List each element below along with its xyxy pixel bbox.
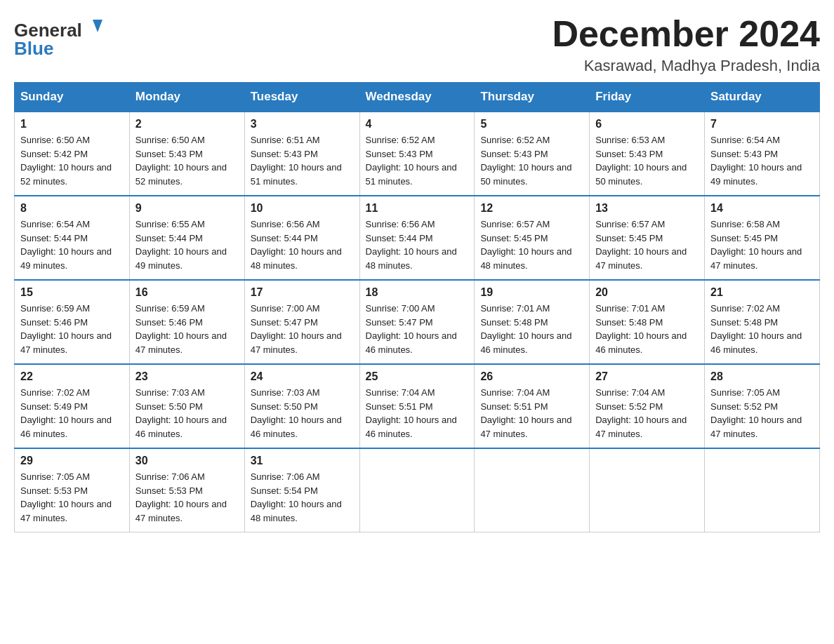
calendar-day-cell: 7Sunrise: 6:54 AMSunset: 5:43 PMDaylight… [705,112,820,196]
day-number: 19 [480,286,583,299]
calendar-day-cell: 3Sunrise: 6:51 AMSunset: 5:43 PMDaylight… [244,112,359,196]
day-number: 23 [135,370,239,383]
calendar-day-cell: 13Sunrise: 6:57 AMSunset: 5:45 PMDayligh… [590,196,705,280]
page-header: General Blue December 2024 Kasrawad, Mad… [14,14,820,75]
day-number: 24 [251,370,354,383]
day-number: 11 [366,202,469,215]
day-info: Sunrise: 7:05 AMSunset: 5:53 PMDaylight:… [20,470,124,525]
day-info: Sunrise: 6:59 AMSunset: 5:46 PMDaylight:… [135,302,239,356]
calendar-day-cell: 22Sunrise: 7:02 AMSunset: 5:49 PMDayligh… [15,364,130,448]
calendar-day-cell: 5Sunrise: 6:52 AMSunset: 5:43 PMDaylight… [475,112,590,196]
day-info: Sunrise: 6:54 AMSunset: 5:43 PMDaylight:… [710,133,814,188]
calendar-day-cell: 17Sunrise: 7:00 AMSunset: 5:47 PMDayligh… [244,280,359,364]
day-number: 6 [595,118,699,130]
day-info: Sunrise: 6:54 AMSunset: 5:44 PMDaylight:… [20,217,124,272]
day-info: Sunrise: 6:57 AMSunset: 5:45 PMDaylight:… [595,217,699,272]
day-number: 16 [135,286,239,299]
calendar-day-cell: 30Sunrise: 7:06 AMSunset: 5:53 PMDayligh… [129,448,244,532]
day-number: 5 [480,118,583,130]
day-info: Sunrise: 6:56 AMSunset: 5:44 PMDaylight:… [366,217,469,272]
day-number: 25 [366,370,469,383]
calendar-table: SundayMondayTuesdayWednesdayThursdayFrid… [14,82,820,532]
day-number: 21 [710,286,814,299]
day-info: Sunrise: 6:51 AMSunset: 5:43 PMDaylight:… [251,133,354,188]
calendar-day-cell [705,448,820,532]
calendar-week-row: 29Sunrise: 7:05 AMSunset: 5:53 PMDayligh… [15,448,820,532]
calendar-day-cell: 2Sunrise: 6:50 AMSunset: 5:43 PMDaylight… [129,112,244,196]
logo-area: General Blue [14,14,105,63]
calendar-day-cell: 10Sunrise: 6:56 AMSunset: 5:44 PMDayligh… [244,196,359,280]
calendar-day-cell: 28Sunrise: 7:05 AMSunset: 5:52 PMDayligh… [705,364,820,448]
day-info: Sunrise: 7:02 AMSunset: 5:49 PMDaylight:… [20,386,124,441]
calendar-day-cell: 15Sunrise: 6:59 AMSunset: 5:46 PMDayligh… [15,280,130,364]
calendar-day-cell: 16Sunrise: 6:59 AMSunset: 5:46 PMDayligh… [129,280,244,364]
day-info: Sunrise: 6:52 AMSunset: 5:43 PMDaylight:… [366,133,469,188]
day-of-week-header: Friday [590,83,705,112]
day-info: Sunrise: 7:04 AMSunset: 5:52 PMDaylight:… [595,386,699,441]
calendar-day-cell: 11Sunrise: 6:56 AMSunset: 5:44 PMDayligh… [359,196,475,280]
calendar-day-cell: 29Sunrise: 7:05 AMSunset: 5:53 PMDayligh… [15,448,130,532]
day-info: Sunrise: 6:52 AMSunset: 5:43 PMDaylight:… [480,133,583,188]
day-number: 10 [251,202,354,215]
day-number: 14 [710,202,814,215]
day-info: Sunrise: 6:50 AMSunset: 5:42 PMDaylight:… [20,133,124,188]
day-number: 7 [710,118,814,130]
day-info: Sunrise: 7:04 AMSunset: 5:51 PMDaylight:… [366,386,469,441]
day-number: 17 [251,286,354,299]
calendar-day-cell: 23Sunrise: 7:03 AMSunset: 5:50 PMDayligh… [129,364,244,448]
calendar-day-cell [475,448,590,532]
day-number: 9 [135,202,239,215]
day-number: 29 [20,455,124,467]
calendar-day-cell: 8Sunrise: 6:54 AMSunset: 5:44 PMDaylight… [15,196,130,280]
day-info: Sunrise: 7:04 AMSunset: 5:51 PMDaylight:… [480,386,583,441]
day-of-week-header: Sunday [15,83,130,112]
day-info: Sunrise: 6:56 AMSunset: 5:44 PMDaylight:… [251,217,354,272]
day-of-week-header: Monday [129,83,244,112]
day-of-week-header: Thursday [475,83,590,112]
calendar-day-cell: 25Sunrise: 7:04 AMSunset: 5:51 PMDayligh… [359,364,475,448]
day-of-week-header: Tuesday [244,83,359,112]
calendar-header-row: SundayMondayTuesdayWednesdayThursdayFrid… [15,83,820,112]
calendar-day-cell: 20Sunrise: 7:01 AMSunset: 5:48 PMDayligh… [590,280,705,364]
day-info: Sunrise: 7:03 AMSunset: 5:50 PMDaylight:… [135,386,239,441]
day-number: 18 [366,286,469,299]
calendar-week-row: 22Sunrise: 7:02 AMSunset: 5:49 PMDayligh… [15,364,820,448]
calendar-day-cell: 24Sunrise: 7:03 AMSunset: 5:50 PMDayligh… [244,364,359,448]
calendar-day-cell: 14Sunrise: 6:58 AMSunset: 5:45 PMDayligh… [705,196,820,280]
calendar-day-cell: 21Sunrise: 7:02 AMSunset: 5:48 PMDayligh… [705,280,820,364]
calendar-week-row: 1Sunrise: 6:50 AMSunset: 5:42 PMDaylight… [15,112,820,196]
calendar-week-row: 15Sunrise: 6:59 AMSunset: 5:46 PMDayligh… [15,280,820,364]
svg-text:Blue: Blue [14,38,53,59]
month-title: December 2024 [552,14,820,54]
day-number: 28 [710,370,814,383]
day-info: Sunrise: 7:03 AMSunset: 5:50 PMDaylight:… [251,386,354,441]
day-info: Sunrise: 7:00 AMSunset: 5:47 PMDaylight:… [251,302,354,356]
day-info: Sunrise: 7:06 AMSunset: 5:54 PMDaylight:… [251,470,354,525]
calendar-day-cell: 9Sunrise: 6:55 AMSunset: 5:44 PMDaylight… [129,196,244,280]
day-number: 27 [595,370,699,383]
day-info: Sunrise: 7:01 AMSunset: 5:48 PMDaylight:… [480,302,583,356]
day-of-week-header: Saturday [705,83,820,112]
day-number: 1 [20,118,124,130]
day-number: 3 [251,118,354,130]
day-number: 20 [595,286,699,299]
calendar-day-cell: 31Sunrise: 7:06 AMSunset: 5:54 PMDayligh… [244,448,359,532]
calendar-day-cell: 4Sunrise: 6:52 AMSunset: 5:43 PMDaylight… [359,112,475,196]
calendar-day-cell: 27Sunrise: 7:04 AMSunset: 5:52 PMDayligh… [590,364,705,448]
calendar-day-cell: 26Sunrise: 7:04 AMSunset: 5:51 PMDayligh… [475,364,590,448]
day-number: 15 [20,286,124,299]
day-of-week-header: Wednesday [359,83,475,112]
logo-svg: General Blue [14,14,105,63]
day-info: Sunrise: 6:59 AMSunset: 5:46 PMDaylight:… [20,302,124,356]
calendar-day-cell: 6Sunrise: 6:53 AMSunset: 5:43 PMDaylight… [590,112,705,196]
day-info: Sunrise: 6:58 AMSunset: 5:45 PMDaylight:… [710,217,814,272]
day-info: Sunrise: 6:57 AMSunset: 5:45 PMDaylight:… [480,217,583,272]
svg-marker-1 [93,20,102,32]
day-info: Sunrise: 6:53 AMSunset: 5:43 PMDaylight:… [595,133,699,188]
day-info: Sunrise: 6:50 AMSunset: 5:43 PMDaylight:… [135,133,239,188]
calendar-day-cell: 18Sunrise: 7:00 AMSunset: 5:47 PMDayligh… [359,280,475,364]
calendar-day-cell [359,448,475,532]
calendar-day-cell: 1Sunrise: 6:50 AMSunset: 5:42 PMDaylight… [15,112,130,196]
day-info: Sunrise: 7:02 AMSunset: 5:48 PMDaylight:… [710,302,814,356]
day-number: 12 [480,202,583,215]
